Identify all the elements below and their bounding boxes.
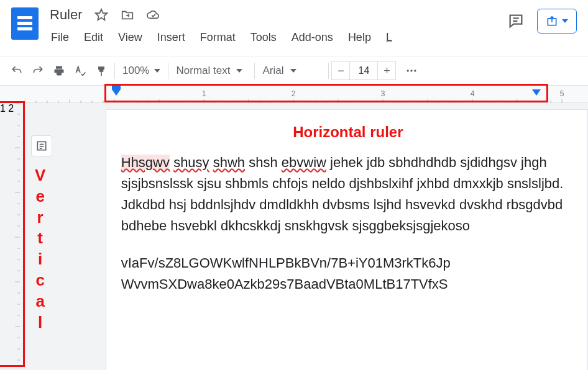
menu-edit[interactable]: Edit [83,30,104,45]
chevron-down-icon [154,69,160,73]
ruler-tick-label: 1 [202,89,206,98]
paragraph-style-dropdown[interactable]: Normal text [171,65,252,77]
undo-button[interactable] [6,60,27,81]
document-outline-button[interactable] [31,135,52,156]
document-title[interactable]: Ruler [50,7,83,23]
cloud-saved-icon[interactable] [146,7,161,22]
ruler-tick-label: 3 [381,89,385,98]
menu-last[interactable]: L [385,30,393,45]
font-family-dropdown[interactable]: Arial [257,65,326,77]
print-button[interactable] [48,60,70,81]
svg-point-2 [407,70,409,71]
star-icon[interactable] [94,7,109,22]
menu-insert[interactable]: Insert [156,30,186,45]
redo-button[interactable] [27,60,48,81]
title-area: Ruler File Edit View Insert Format Tools… [44,5,506,45]
ruler-tick-label: 4 [471,89,475,98]
document-page[interactable]: Horizontal ruler Hhsgwv shusy shwh shsh … [106,109,588,370]
ruler-tick-label: 5 [560,89,564,98]
text-span: shusy [173,155,209,170]
folder-move-icon[interactable] [120,7,135,22]
spellcheck-button[interactable] [70,60,91,81]
horizontal-ruler[interactable]: 1 2 3 4 5 [0,86,588,103]
svg-marker-0 [95,9,106,20]
font-value: Arial [262,65,283,77]
zoom-value: 100% [122,65,149,77]
annotation-vertical-label: Vertical [35,165,46,333]
font-size-value[interactable]: 14 [350,61,377,80]
menu-help[interactable]: Help [347,30,372,45]
ruler-tick-label: 2 [292,89,296,98]
font-size-increase[interactable]: + [377,61,396,80]
menu-format[interactable]: Format [199,30,237,45]
text-span: shwh [213,155,245,170]
menubar: File Edit View Insert Format Tools Add-o… [50,25,506,45]
chevron-down-icon [236,69,242,73]
chevron-down-icon [290,69,296,73]
menu-file[interactable]: File [50,30,70,45]
more-tools-button[interactable] [401,60,422,81]
docs-logo-icon [11,7,39,40]
text-span: Hhsgwv [121,155,170,170]
header: Ruler File Edit View Insert Format Tools… [0,0,588,53]
text-span: shsh [249,155,282,170]
paragraph-2[interactable]: vIaFv/sZ8LGOWKwlfNHLPBkBVn/7B+iY01M3rkTk… [121,253,575,295]
svg-point-4 [415,70,416,71]
annotation-horizontal-label: Horizontal ruler [121,124,575,141]
style-value: Normal text [176,65,230,77]
docs-logo[interactable] [6,5,44,42]
font-size-decrease[interactable]: − [331,61,350,80]
paint-format-button[interactable] [91,60,112,81]
right-indent-marker[interactable] [532,89,541,96]
left-indent-marker[interactable] [112,89,121,96]
share-button[interactable] [537,9,577,34]
toolbar: 100% Normal text Arial − 14 + [0,56,588,86]
menu-view[interactable]: View [117,30,144,45]
vertical-ruler[interactable]: 1 2 Vertical [0,103,31,370]
menu-addons[interactable]: Add-ons [290,30,334,45]
paragraph-1[interactable]: Hhsgwv shusy shwh shsh ebvwiw jehek jdb … [121,152,575,237]
menu-tools[interactable]: Tools [249,30,278,45]
svg-point-3 [411,70,413,71]
zoom-dropdown[interactable]: 100% [117,65,165,77]
workspace: 1 2 Vertical Horizontal ruler Hhsgwv shu… [0,103,588,370]
text-span: ebvwiw [282,155,326,170]
chevron-down-icon [562,19,568,23]
comments-icon[interactable] [506,11,526,31]
font-size-control: − 14 + [331,61,396,80]
